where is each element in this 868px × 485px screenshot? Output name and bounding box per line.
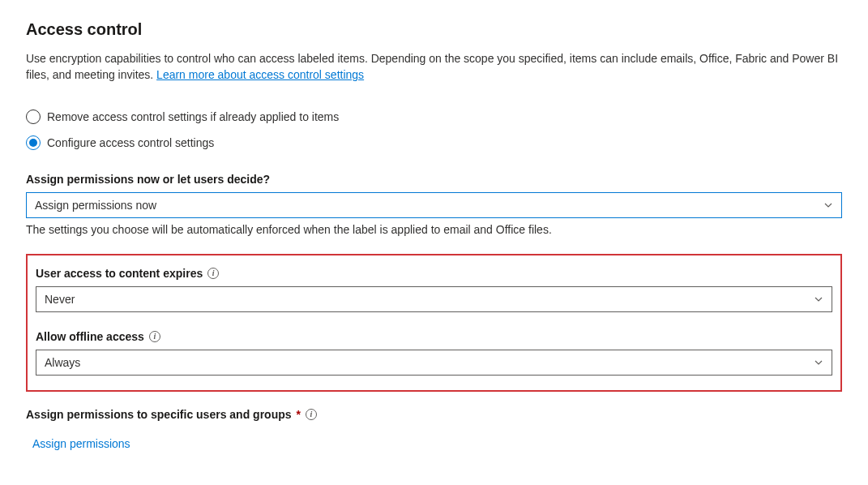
- info-icon[interactable]: i: [306, 409, 317, 420]
- dropdown-value: Assign permissions now: [35, 199, 156, 212]
- dropdown-value: Never: [45, 293, 75, 306]
- radio-remove-settings[interactable]: Remove access control settings if alread…: [26, 109, 842, 124]
- offline-access-block: Allow offline access i Always: [36, 330, 832, 376]
- chevron-down-icon: [823, 200, 833, 210]
- description-text: Use encryption capabilities to control w…: [26, 52, 838, 81]
- label-text: Allow offline access: [36, 330, 144, 343]
- label-text: Assign permissions to specific users and…: [26, 408, 292, 421]
- assign-mode-dropdown[interactable]: Assign permissions now: [26, 192, 842, 218]
- offline-access-label: Allow offline access i: [36, 330, 832, 343]
- page-title: Access control: [26, 20, 842, 39]
- page-description: Use encryption capabilities to control w…: [26, 50, 842, 84]
- user-access-expires-label: User access to content expires i: [36, 267, 832, 280]
- required-mark: *: [297, 408, 301, 421]
- assign-permissions-mode-block: Assign permissions now or let users deci…: [26, 173, 842, 236]
- assign-mode-label: Assign permissions now or let users deci…: [26, 173, 842, 186]
- highlight-box: User access to content expires i Never A…: [26, 254, 842, 392]
- assign-mode-helper: The settings you choose will be automati…: [26, 223, 842, 236]
- access-control-radio-group: Remove access control settings if alread…: [26, 109, 842, 150]
- chevron-down-icon: [814, 294, 823, 304]
- radio-label: Remove access control settings if alread…: [47, 110, 339, 123]
- radio-icon: [26, 135, 41, 150]
- assign-permissions-link[interactable]: Assign permissions: [26, 437, 130, 450]
- chevron-down-icon: [814, 358, 823, 367]
- radio-label: Configure access control settings: [47, 136, 214, 149]
- user-access-expires-dropdown[interactable]: Never: [36, 286, 832, 312]
- user-access-expires-block: User access to content expires i Never: [36, 267, 832, 312]
- radio-configure-settings[interactable]: Configure access control settings: [26, 135, 842, 150]
- dropdown-value: Always: [45, 356, 80, 369]
- offline-access-dropdown[interactable]: Always: [36, 350, 832, 376]
- assign-specific-block: Assign permissions to specific users and…: [26, 408, 842, 450]
- info-icon[interactable]: i: [207, 268, 219, 279]
- assign-specific-label: Assign permissions to specific users and…: [26, 408, 842, 421]
- radio-icon: [26, 109, 41, 124]
- learn-more-link[interactable]: Learn more about access control settings: [156, 68, 364, 81]
- info-icon[interactable]: i: [149, 331, 160, 342]
- label-text: User access to content expires: [36, 267, 203, 280]
